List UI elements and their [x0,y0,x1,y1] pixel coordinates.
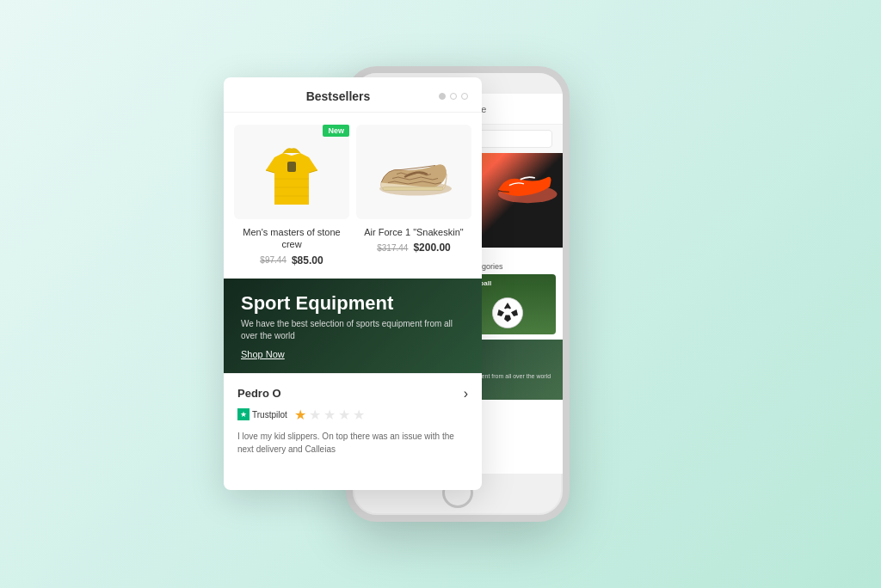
rating-stars: ★ ★ ★ ★ ★ [294,407,365,423]
trustpilot-logo: ★ Trustpilot [237,408,287,420]
reviewer-name: Pedro O [237,387,281,400]
product-2-original-price: $317.44 [377,243,408,253]
bestsellers-title: Bestsellers [237,89,439,103]
star-5: ★ [353,407,365,423]
card-sport-title: Sport Equipment [241,292,465,315]
sweater-image [257,132,326,213]
trustpilot-icon: ★ [237,408,250,420]
review-text: I love my kid slippers. On top there was… [237,430,468,456]
svg-point-7 [505,308,510,313]
product-1-original-price: $97.44 [260,255,286,265]
star-3: ★ [323,407,336,423]
review-section: Pedro O › ★ Trustpilot ★ ★ ★ ★ ★ I love … [224,373,482,468]
card-carousel-dots [439,93,468,100]
card-dot-3[interactable] [461,93,468,100]
card-header: Bestsellers [224,77,482,113]
product-2-prices: $317.44 $200.00 [356,242,471,254]
new-badge: New [323,125,349,137]
sneaker-image [371,142,457,202]
star-4: ★ [338,407,350,423]
product-1-name: Men's masters of stone crew [234,226,349,251]
product-1: New Men's masters of stone crew $97.44 $ [234,125,349,266]
floating-product-card: Bestsellers New [224,77,482,490]
star-1: ★ [294,407,306,423]
trustpilot-text: Trustpilot [252,410,287,420]
svg-rect-8 [287,162,296,172]
product-2-image [356,125,471,219]
hero-shoe-image [485,157,563,209]
product-2-name: Air Force 1 "Snakeskin" [356,226,471,238]
svg-rect-13 [383,187,443,191]
product-1-image [234,125,349,219]
product-2: Air Force 1 "Snakeskin" $317.44 $200.00 [356,125,471,266]
review-header: Pedro O › [237,386,468,401]
product-2-sale-price: $200.00 [413,242,450,254]
card-dot-1[interactable] [439,93,446,100]
card-sport-banner: Sport Equipment We have the best selecti… [224,279,482,373]
product-1-sale-price: $85.00 [292,254,323,266]
product-1-prices: $97.44 $85.00 [234,254,349,266]
card-dot-2[interactable] [450,93,457,100]
trustpilot-row: ★ Trustpilot ★ ★ ★ ★ ★ [237,407,468,423]
football-icon [490,296,525,330]
products-row: New Men's masters of stone crew $97.44 $ [224,113,482,279]
card-sport-cta[interactable]: Shop Now [241,349,465,359]
star-2: ★ [309,407,321,423]
review-next-icon[interactable]: › [464,386,468,401]
card-sport-desc: We have the best selection of sports equ… [241,318,465,342]
